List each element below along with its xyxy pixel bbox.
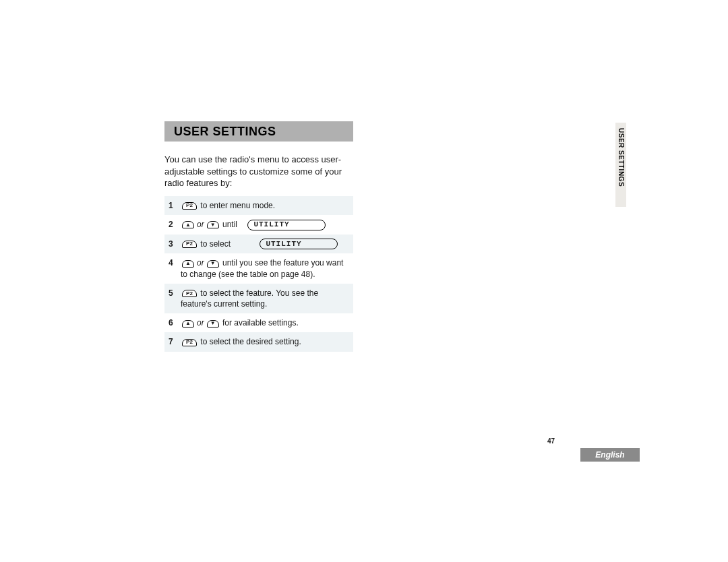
up-arrow-icon: ▲ — [182, 221, 194, 228]
section-title-bar: USER SETTINGS — [164, 121, 353, 142]
lcd-display: UTILITY — [260, 239, 338, 249]
step-text: to select — [198, 239, 231, 249]
step-number: 1 — [169, 200, 178, 210]
steps-table: 1 P2 to enter menu mode. 2 ▲or▼ until UT… — [164, 196, 353, 352]
step-row: 4 ▲or▼ until you see the feature you wan… — [164, 253, 353, 283]
p2-button-icon: P2 — [182, 339, 197, 346]
down-arrow-icon: ▼ — [207, 320, 219, 327]
side-tab: USER SETTINGS — [615, 123, 626, 207]
p2-button-icon: P2 — [182, 202, 197, 210]
section-title: USER SETTINGS — [174, 125, 276, 139]
step-number: 6 — [169, 317, 178, 327]
language-label: English — [595, 450, 624, 460]
down-arrow-icon: ▼ — [207, 260, 219, 268]
or-text: or — [197, 220, 204, 229]
step-text: to enter menu mode. — [198, 201, 275, 210]
lcd-display: UTILITY — [247, 220, 326, 230]
step-body: P2 to enter menu mode. — [178, 200, 349, 211]
step-number: 4 — [169, 257, 178, 268]
step-body: ▲or▼ until UTILITY — [178, 219, 349, 230]
language-badge: English — [580, 448, 640, 462]
page-number: 47 — [547, 437, 555, 445]
step-body: P2 to select UTILITY — [178, 239, 349, 250]
step-number: 7 — [169, 336, 178, 346]
up-arrow-icon: ▲ — [182, 320, 194, 327]
up-arrow-icon: ▲ — [182, 260, 194, 268]
step-text: until — [220, 220, 237, 229]
step-row: 1 P2 to enter menu mode. — [164, 196, 353, 215]
side-tab-label: USER SETTINGS — [617, 123, 625, 187]
step-body: ▲or▼ for available settings. — [178, 317, 349, 328]
p2-button-icon: P2 — [182, 290, 197, 297]
step-body: ▲or▼ until you see the feature you want … — [178, 257, 349, 279]
step-row: 2 ▲or▼ until UTILITY — [164, 215, 353, 235]
p2-button-icon: P2 — [182, 241, 197, 248]
intro-paragraph: You can use the radio's menu to access u… — [164, 154, 352, 189]
step-row: 5 P2 to select the feature. You see the … — [164, 284, 353, 313]
step-number: 5 — [169, 288, 178, 298]
step-row: 3 P2 to select UTILITY — [164, 235, 353, 254]
step-text: to select the desired setting. — [198, 337, 301, 346]
or-text: or — [197, 318, 204, 327]
step-body: P2 to select the feature. You see the fe… — [178, 288, 349, 309]
lcd-text: UTILITY — [266, 239, 301, 249]
step-text: until you see the feature you want to ch… — [181, 258, 343, 278]
lcd-text: UTILITY — [253, 220, 289, 230]
step-body: P2 to select the desired setting. — [178, 336, 349, 347]
step-row: 7 P2 to select the desired setting. — [164, 332, 353, 351]
down-arrow-icon: ▼ — [207, 221, 219, 228]
step-text: to select the feature. You see the featu… — [181, 288, 318, 309]
step-text: for available settings. — [220, 318, 299, 327]
step-number: 3 — [169, 239, 178, 249]
step-row: 6 ▲or▼ for available settings. — [164, 313, 353, 332]
or-text: or — [197, 258, 204, 268]
step-number: 2 — [169, 219, 178, 229]
